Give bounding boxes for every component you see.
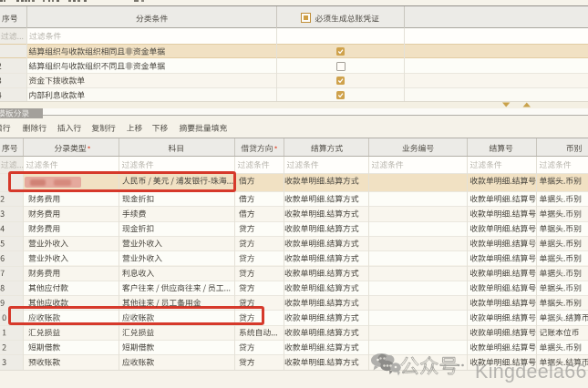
- svg-text:Kingdeela66: Kingdeela66: [475, 361, 587, 383]
